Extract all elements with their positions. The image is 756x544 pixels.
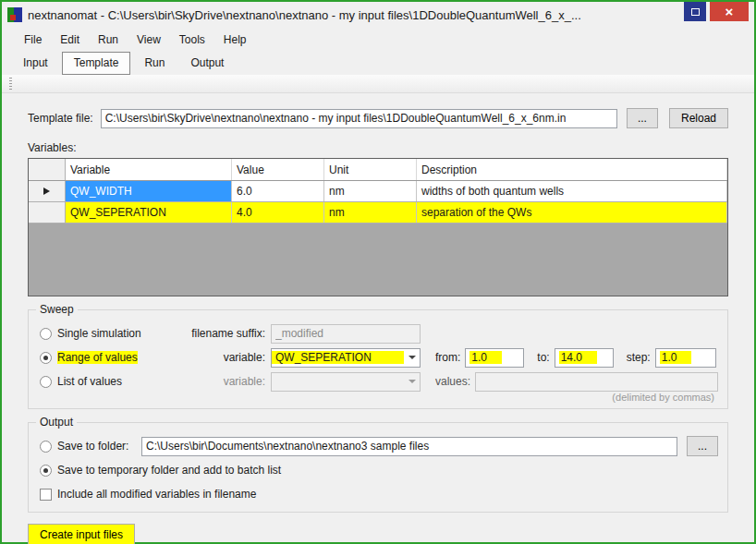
- list-of-values-radio[interactable]: [40, 376, 52, 388]
- save-temp-row: Save to temporary folder and add to batc…: [40, 458, 718, 482]
- column-header-variable[interactable]: Variable: [66, 159, 232, 180]
- step-input[interactable]: 1.0: [655, 348, 714, 368]
- output-folder-browse-button[interactable]: ...: [687, 436, 718, 456]
- output-folder-input[interactable]: [141, 437, 677, 456]
- template-file-browse-button[interactable]: ...: [627, 108, 658, 128]
- output-groupbox: Output Save to folder: ... Save to tempo…: [28, 422, 728, 513]
- menu-edit[interactable]: Edit: [51, 30, 89, 49]
- toolbar: [2, 75, 754, 93]
- tab-output[interactable]: Output: [178, 52, 236, 75]
- values-input: [475, 372, 718, 392]
- toolbar-grip-handle[interactable]: [9, 78, 12, 90]
- tab-run[interactable]: Run: [132, 52, 177, 75]
- save-temp-radio[interactable]: [40, 465, 52, 477]
- to-label: to:: [537, 351, 549, 364]
- close-button[interactable]: ×: [710, 2, 749, 21]
- range-variable-value: QW_SEPERATION: [272, 351, 404, 364]
- menu-tools[interactable]: Tools: [170, 30, 214, 49]
- variables-label: Variables:: [28, 141, 728, 154]
- filename-suffix-input: [271, 324, 421, 344]
- combobox-dropdown-zone-disabled: [404, 373, 420, 391]
- cell-variable[interactable]: QW_SEPERATION: [66, 202, 232, 223]
- close-icon: ×: [726, 4, 734, 19]
- to-input[interactable]: 14.0: [555, 348, 614, 368]
- list-variable-label: variable:: [177, 375, 265, 388]
- window-title: nextnanomat - C:\Users\bir\SkyDrive\next…: [28, 8, 754, 22]
- range-of-values-label: Range of values: [57, 351, 138, 364]
- sweep-group-label: Sweep: [36, 303, 78, 316]
- include-modified-label: Include all modified variables in filena…: [57, 488, 256, 501]
- menu-view[interactable]: View: [128, 30, 170, 49]
- save-temp-label: Save to temporary folder and add to batc…: [57, 464, 281, 477]
- menu-bar: File Edit Run View Tools Help: [2, 28, 754, 51]
- to-value: 14.0: [559, 351, 597, 364]
- cell-unit[interactable]: nm: [324, 181, 417, 201]
- create-input-files-button[interactable]: Create input files: [28, 524, 135, 544]
- filename-suffix-label: filename suffix:: [177, 327, 265, 340]
- tab-input[interactable]: Input: [11, 52, 60, 75]
- output-group-label: Output: [36, 416, 77, 429]
- cell-variable[interactable]: QW_WIDTH: [66, 181, 232, 201]
- grid-header-row: Variable Value Unit Description: [29, 159, 727, 181]
- menu-file[interactable]: File: [15, 30, 51, 49]
- template-file-input[interactable]: [101, 109, 617, 128]
- from-label: from:: [435, 351, 460, 364]
- single-simulation-radio[interactable]: [40, 328, 52, 340]
- range-of-values-row: Range of values variable: QW_SEPERATION …: [40, 345, 718, 369]
- grid-empty-area: [29, 224, 727, 296]
- sweep-groupbox: Sweep Single simulation filename suffix:…: [28, 309, 728, 409]
- range-of-values-radio[interactable]: [40, 352, 52, 364]
- template-file-row: Template file: ... Reload: [28, 108, 728, 128]
- step-value: 1.0: [660, 351, 692, 364]
- menu-help[interactable]: Help: [214, 30, 256, 49]
- template-file-label: Template file:: [28, 112, 93, 125]
- cell-value[interactable]: 4.0: [232, 202, 324, 223]
- variables-grid: Variable Value Unit Description QW_WIDTH…: [28, 158, 728, 296]
- tab-strip: Input Template Run Output: [2, 51, 754, 75]
- cell-unit[interactable]: nm: [324, 202, 417, 223]
- range-variable-label: variable:: [177, 351, 265, 364]
- cell-description[interactable]: separation of the QWs: [417, 202, 727, 223]
- menu-run[interactable]: Run: [89, 30, 128, 49]
- column-header-description[interactable]: Description: [417, 159, 727, 180]
- save-to-folder-label: Save to folder:: [57, 440, 128, 453]
- app-icon: [7, 7, 22, 22]
- values-hint: (delimited by commas): [40, 392, 718, 403]
- column-header-unit[interactable]: Unit: [324, 159, 417, 180]
- step-label: step:: [627, 351, 651, 364]
- list-of-values-row: List of values variable: values:: [40, 369, 718, 393]
- values-label: values:: [435, 375, 470, 388]
- column-header-value[interactable]: Value: [232, 159, 324, 180]
- cell-description[interactable]: widths of both quantum wells: [417, 181, 727, 201]
- template-page: Template file: ... Reload Variables: Var…: [2, 93, 754, 544]
- combobox-dropdown-zone[interactable]: [404, 349, 420, 367]
- title-bar: nextnanomat - C:\Users\bir\SkyDrive\next…: [2, 2, 754, 28]
- save-to-folder-row: Save to folder: ...: [40, 434, 718, 458]
- save-to-folder-radio[interactable]: [40, 441, 52, 453]
- maximize-icon: [691, 8, 700, 16]
- table-row[interactable]: QW_SEPERATION 4.0 nm separation of the Q…: [29, 202, 727, 224]
- include-modified-checkbox[interactable]: [40, 489, 52, 501]
- list-variable-combobox: [271, 372, 421, 392]
- app-window: nextnanomat - C:\Users\bir\SkyDrive\next…: [0, 0, 756, 544]
- window-buttons: ×: [684, 2, 749, 21]
- range-variable-combobox[interactable]: QW_SEPERATION: [271, 348, 421, 368]
- reload-button[interactable]: Reload: [669, 108, 728, 128]
- single-simulation-row: Single simulation filename suffix:: [40, 321, 718, 345]
- chevron-down-icon: [408, 356, 416, 359]
- tab-template[interactable]: Template: [62, 52, 131, 75]
- maximize-button[interactable]: [684, 2, 706, 21]
- row-selector-cell[interactable]: [29, 202, 66, 223]
- list-of-values-label: List of values: [57, 375, 122, 388]
- table-row[interactable]: QW_WIDTH 6.0 nm widths of both quantum w…: [29, 181, 727, 202]
- include-modified-row: Include all modified variables in filena…: [40, 482, 718, 506]
- cell-value[interactable]: 6.0: [232, 181, 324, 201]
- grid-corner-cell[interactable]: [29, 159, 66, 180]
- single-simulation-label: Single simulation: [57, 327, 141, 340]
- current-row-arrow-icon: [43, 187, 50, 195]
- chevron-down-icon: [408, 380, 416, 383]
- row-selector-cell[interactable]: [29, 181, 66, 201]
- from-input[interactable]: 1.0: [465, 348, 524, 368]
